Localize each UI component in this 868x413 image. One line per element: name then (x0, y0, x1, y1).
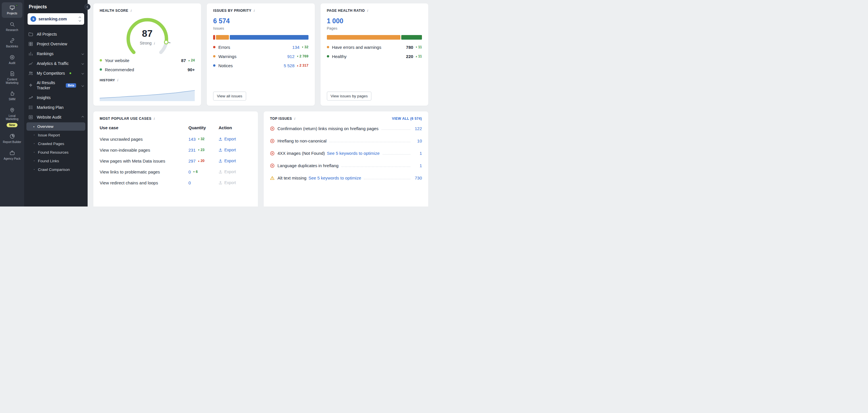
gauge-icon (9, 55, 15, 60)
history-sparkline-chart (100, 85, 195, 101)
main-content: HEALTH SCORE 87 Strong Your website (88, 0, 434, 206)
project-sidebar: Projects s seranking.com All Projects Pr… (24, 0, 88, 206)
sidebar-subitem-found-resources[interactable]: Found Resources (26, 148, 85, 157)
view-issues-by-pages-button[interactable]: View issues by pages (327, 92, 372, 100)
rail-item-label: Backlinks (6, 45, 18, 48)
table-row: View redirect chains and loops 0 Export (100, 177, 252, 188)
errors-count-link[interactable]: 134 (292, 45, 300, 50)
sidebar-subitem-label: Overview (37, 124, 54, 129)
issue-count-link[interactable]: 1 (413, 151, 422, 156)
delta-badge: 2 769 (297, 54, 308, 58)
rail-item-backlinks[interactable]: Backlinks (2, 35, 22, 51)
beta-badge: Beta (66, 83, 76, 88)
sidebar-subitem-found-links[interactable]: Found Links (26, 157, 85, 165)
sidebar-item-label: Marketing Plan (37, 105, 63, 110)
health-score-card: HEALTH SCORE 87 Strong Your website (93, 3, 201, 106)
sidebar-item-label: Website Audit (37, 115, 61, 120)
new-badge: New (7, 123, 18, 128)
export-button[interactable]: Export (219, 159, 252, 163)
sidebar-subitem-label: Crawl Comparison (38, 167, 70, 172)
issue-row: Hreflang to non-canonical 10 (270, 135, 422, 147)
rail-item-content-marketing[interactable]: Content Marketing (2, 68, 22, 87)
info-icon[interactable] (117, 78, 118, 82)
quantity-link[interactable]: 0 (188, 180, 191, 185)
health-score-title: HEALTH SCORE (100, 9, 128, 13)
quantity-link[interactable]: 231 (188, 148, 195, 153)
insights-icon (28, 95, 33, 100)
rail-item-research[interactable]: Research (2, 19, 22, 34)
sidebar-item-label: Analytics & Traffic (37, 61, 69, 66)
sidebar-subitem-issue-report[interactable]: Issue Report (26, 131, 85, 139)
keywords-to-optimize-link[interactable]: See 5 keywords to optimize (327, 151, 379, 156)
sidebar-subitem-overview[interactable]: Overview (26, 122, 85, 131)
bar-segment-healthy (401, 35, 422, 40)
rail-item-label: SMM (9, 98, 15, 101)
sidebar-item-my-competitors[interactable]: My Competitors (24, 68, 88, 78)
use-case-label: View pages with Meta Data issues (100, 159, 188, 163)
table-row: View non-indexable pages 23123 Export (100, 145, 252, 155)
export-button[interactable]: Export (219, 137, 252, 141)
quantity-link[interactable]: 297 (188, 159, 195, 163)
sidebar-item-rankings[interactable]: Rankings (24, 49, 88, 59)
view-all-link[interactable]: VIEW ALL (6 574) (392, 117, 422, 121)
info-icon[interactable] (294, 117, 295, 121)
selected-project: seranking.com (38, 17, 77, 21)
sidebar-item-insights[interactable]: Insights (24, 93, 88, 102)
card-title: PAGE HEALTH RATIO (327, 9, 422, 13)
rail-item-smm[interactable]: SMM (2, 88, 22, 104)
issue-count-link[interactable]: 10 (413, 138, 422, 143)
sidebar-item-project-overview[interactable]: Project Overview (24, 39, 88, 49)
bullet-icon (33, 167, 35, 172)
view-all-issues-button[interactable]: View all issues (213, 92, 246, 100)
app-root: Projects Research Backlinks Audit Conten… (0, 0, 434, 206)
sidebar-subitem-crawled-pages[interactable]: Crawled Pages (26, 139, 85, 148)
info-icon[interactable] (253, 9, 254, 13)
info-icon[interactable] (367, 9, 368, 13)
legend-value: 87 (181, 58, 186, 63)
bar-segment-have-errors-and-warnings (327, 35, 400, 40)
delta-badge: 2 317 (297, 63, 308, 67)
quantity-link[interactable]: 143 (188, 137, 195, 141)
rail-item-label: Agency Pack (4, 157, 21, 161)
export-button[interactable]: Export (219, 148, 252, 152)
sidebar-item-ai-results-tracker[interactable]: AI Results Tracker Beta (24, 78, 88, 93)
legend-label: Warnings (218, 54, 237, 59)
sidebar-subitem-label: Found Links (38, 159, 59, 163)
rail-item-report-builder[interactable]: Report Builder (2, 131, 22, 147)
dotted-leader (382, 154, 411, 155)
issue-count-link[interactable]: 122 (413, 126, 422, 131)
info-icon[interactable] (153, 117, 155, 121)
sidebar-item-all-projects[interactable]: All Projects (24, 29, 88, 39)
delta-badge: 23 (197, 148, 205, 152)
warnings-count-link[interactable]: 912 (287, 54, 294, 59)
info-icon[interactable] (130, 9, 131, 13)
issue-count-link[interactable]: 1 (413, 163, 422, 168)
chevron-down-icon (82, 53, 84, 55)
export-icon (219, 137, 222, 141)
sidebar-item-analytics-traffic[interactable]: Analytics & Traffic (24, 59, 88, 68)
checklist-icon (28, 105, 33, 110)
issues-by-priority-card: ISSUES BY PRIORITY 6 574 Issues Errors 1… (207, 3, 314, 106)
bullet-icon (33, 159, 35, 163)
rail-item-label: Content Marketing (3, 78, 22, 85)
quantity-link[interactable]: 0 (188, 169, 191, 174)
rail-item-local-marketing[interactable]: Local Marketing New (2, 105, 22, 130)
notices-count-link[interactable]: 5 528 (284, 63, 295, 68)
issues-title: ISSUES BY PRIORITY (213, 9, 251, 13)
keywords-to-optimize-link[interactable]: See 5 keywords to optimize (308, 176, 361, 180)
sidebar-item-marketing-plan[interactable]: Marketing Plan (24, 102, 88, 112)
sidebar-item-label: AI Results Tracker (37, 81, 61, 91)
delta-badge: 20 (197, 159, 205, 163)
project-selector[interactable]: s seranking.com (28, 13, 84, 25)
info-icon[interactable] (154, 41, 155, 45)
briefcase-icon (9, 150, 15, 156)
sidebar-subitem-crawl-comparison[interactable]: Crawl Comparison (26, 165, 85, 174)
rail-item-audit[interactable]: Audit (2, 52, 22, 67)
rail-item-projects[interactable]: Projects (2, 2, 22, 18)
export-label: Export (224, 137, 236, 141)
sidebar-item-website-audit[interactable]: Website Audit (24, 112, 88, 122)
export-label: Export (224, 180, 236, 185)
issue-count-link[interactable]: 730 (413, 176, 422, 180)
rail-item-agency-pack[interactable]: Agency Pack (2, 148, 22, 163)
sidebar-collapse-button[interactable] (85, 4, 91, 10)
